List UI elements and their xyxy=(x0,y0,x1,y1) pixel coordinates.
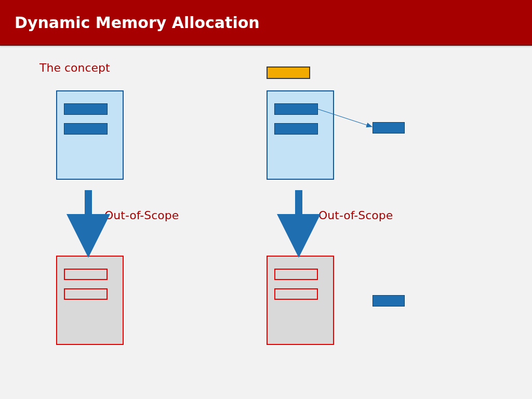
out-of-scope-label-right: Out-of-Scope xyxy=(318,209,393,222)
heap-block-bottom xyxy=(373,295,405,307)
heap-block-top xyxy=(373,122,405,134)
title-bar: Dynamic Memory Allocation xyxy=(0,0,532,46)
var-bar-left-bottom-1 xyxy=(64,269,108,280)
concept-label: The concept xyxy=(39,61,110,74)
var-bar-left-bottom-2 xyxy=(64,288,108,300)
var-bar-right-bottom-1 xyxy=(274,269,318,280)
var-bar-right-bottom-2 xyxy=(274,288,318,300)
heap-marker xyxy=(267,66,310,79)
var-bar-right-top-2 xyxy=(274,123,318,135)
var-bar-left-top-1 xyxy=(64,103,108,115)
var-bar-left-top-2 xyxy=(64,123,108,135)
var-bar-right-top-1 xyxy=(274,103,318,115)
page-title: Dynamic Memory Allocation xyxy=(15,14,260,32)
out-of-scope-label-left: Out-of-Scope xyxy=(104,209,179,222)
